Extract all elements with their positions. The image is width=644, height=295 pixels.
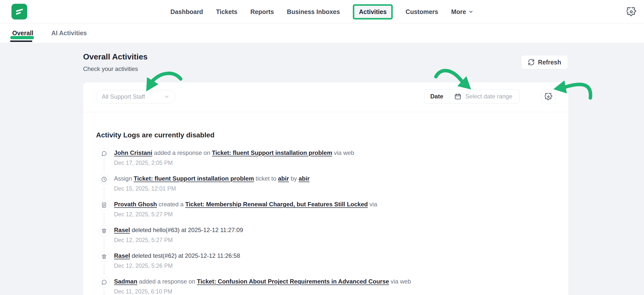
activity-row: Rasel deleted test(#62) at 2025-12-12 11… <box>96 251 556 277</box>
global-settings-gear-icon[interactable] <box>626 7 636 17</box>
activity-row: Provath Ghosh created a Ticket: Membersh… <box>96 200 556 225</box>
trash-icon <box>98 251 110 262</box>
timeline-connector <box>104 290 104 295</box>
activity-text-part: created a <box>157 201 185 208</box>
nav-item-tickets[interactable]: Tickets <box>216 8 238 16</box>
refresh-icon <box>528 59 534 66</box>
activity-list-heading: Activity Logs are currently disabled <box>96 131 556 139</box>
page-content: Overall Activities Check your activities… <box>0 43 644 295</box>
nav-item-more[interactable]: More <box>451 8 474 16</box>
trash-icon <box>98 225 110 236</box>
refresh-button-label: Refresh <box>538 59 561 66</box>
refresh-button[interactable]: Refresh <box>521 55 568 69</box>
clock-icon <box>101 176 107 182</box>
support-staff-select[interactable]: All Support Staff <box>96 90 176 103</box>
tab-ai-activities-label: AI Activities <box>52 30 87 37</box>
activity-text: Rasel deleted hello(#63) at 2025-12-12 1… <box>114 226 243 234</box>
nav-item-dashboard[interactable]: Dashboard <box>170 8 203 16</box>
activity-text-part: Assign <box>114 175 134 182</box>
activity-text-part: via web <box>389 278 411 285</box>
activity-text-part: deleted test(#62) at 2025-12-12 11:26:58 <box>130 252 240 259</box>
timeline-connector <box>104 187 104 198</box>
activity-text-part: deleted hello(#63) at 2025-12-12 11:27:0… <box>130 226 243 233</box>
chevron-down-icon <box>468 9 474 15</box>
activity-link[interactable]: Rasel <box>114 252 130 259</box>
activity-timestamp: Dec 17, 2025, 2:05 PM <box>114 160 354 166</box>
trash-icon <box>101 228 107 234</box>
activity-link[interactable]: abir <box>278 175 289 182</box>
trash-icon <box>101 253 107 259</box>
activity-text: Sadman added a response on Ticket: Confu… <box>114 277 411 286</box>
activity-text: Assign Ticket: fluent Support installati… <box>114 174 310 183</box>
activity-row: Assign Ticket: fluent Support installati… <box>96 174 556 200</box>
activity-timestamp: Dec 15, 2025, 12:01 PM <box>114 185 310 192</box>
nav-item-reports[interactable]: Reports <box>250 8 274 16</box>
activity-text: Provath Ghosh created a Ticket: Membersh… <box>114 200 377 209</box>
activity-timestamp: Dec 12, 2025, 5:26 PM <box>114 262 240 269</box>
activity-link[interactable]: Rasel <box>114 226 130 233</box>
activity-timestamp: Dec 12, 2025, 5:27 PM <box>114 237 243 243</box>
active-tab-underline <box>10 41 32 42</box>
active-tab-indicator <box>10 36 34 39</box>
timeline-connector <box>104 161 104 172</box>
activity-list: John Cristani added a response on Ticket… <box>96 148 556 295</box>
activity-link[interactable]: John Cristani <box>114 149 152 156</box>
activity-link[interactable]: Ticket: fluent Support installation prob… <box>134 175 254 182</box>
activity-link[interactable]: Provath Ghosh <box>114 201 157 208</box>
activity-text-part: added a response on <box>137 278 197 285</box>
activity-row: Rasel deleted hello(#63) at 2025-12-12 1… <box>96 225 556 251</box>
date-range-input[interactable]: Select date range <box>450 90 519 103</box>
activity-row: John Cristani added a response on Ticket… <box>96 148 556 174</box>
page-subtitle: Check your activities <box>83 66 148 73</box>
activity-text-part: ticket to <box>254 175 278 182</box>
activity-text-part: by <box>289 175 299 182</box>
comment-icon <box>101 151 107 157</box>
tab-ai-activities[interactable]: AI Activities <box>52 24 87 43</box>
activities-tab-bar: Overall AI Activities <box>0 24 644 43</box>
activity-text-part: via <box>368 201 377 208</box>
activity-timestamp: Dec 11, 2025, 6:10 PM <box>114 288 411 295</box>
tab-overall-label: Overall <box>12 30 34 37</box>
activity-text: Rasel deleted test(#62) at 2025-12-12 11… <box>114 251 240 260</box>
nav-more-label: More <box>451 8 466 16</box>
comment-icon <box>98 277 110 288</box>
activity-link[interactable]: abir <box>299 175 310 182</box>
activity-text: John Cristani added a response on Ticket… <box>114 149 354 157</box>
page-title: Overall Activities <box>83 52 148 62</box>
date-filter-group: Date Select date range <box>424 89 520 103</box>
document-icon <box>101 202 107 208</box>
nav-item-business-inboxes[interactable]: Business Inboxes <box>287 8 340 16</box>
activity-settings-button[interactable] <box>541 89 556 104</box>
activity-timestamp: Dec 12, 2025, 5:27 PM <box>114 211 377 218</box>
file-icon <box>98 200 110 211</box>
activity-link[interactable]: Sadman <box>114 278 137 285</box>
activity-text-part: added a response on <box>152 149 212 156</box>
chevron-down-icon <box>164 94 170 100</box>
filter-row: All Support Staff Date Select date range <box>83 82 568 112</box>
date-range-placeholder: Select date range <box>465 93 512 100</box>
activity-list-section: Activity Logs are currently disabled Joh… <box>83 112 568 295</box>
activity-link[interactable]: Ticket: Membership Renewal Charged, but … <box>185 201 368 208</box>
tab-overall[interactable]: Overall <box>12 24 34 43</box>
activities-card: All Support Staff Date Select date range <box>83 82 568 295</box>
calendar-icon <box>454 93 461 100</box>
activity-row: Sadman added a response on Ticket: Confu… <box>96 277 556 295</box>
timeline-connector <box>104 213 104 223</box>
comment-icon <box>98 148 110 159</box>
comment-icon <box>101 279 107 285</box>
gear-icon <box>545 93 552 100</box>
date-filter-label: Date <box>424 90 450 103</box>
activity-text-part: via web <box>332 149 354 156</box>
nav-item-activities-highlighted[interactable]: Activities <box>353 4 392 20</box>
activity-link[interactable]: Ticket: fluent Support installation prob… <box>212 149 332 156</box>
main-nav: Dashboard Tickets Reports Business Inbox… <box>0 0 644 24</box>
support-staff-select-value: All Support Staff <box>102 93 164 100</box>
timeline-connector <box>104 264 104 275</box>
timeline-connector <box>104 238 104 249</box>
activity-link[interactable]: Ticket: Confusion About Project Requirem… <box>197 278 389 285</box>
top-navigation-bar: Dashboard Tickets Reports Business Inbox… <box>0 0 644 24</box>
nav-item-customers[interactable]: Customers <box>406 8 438 16</box>
clock-icon <box>98 174 110 185</box>
